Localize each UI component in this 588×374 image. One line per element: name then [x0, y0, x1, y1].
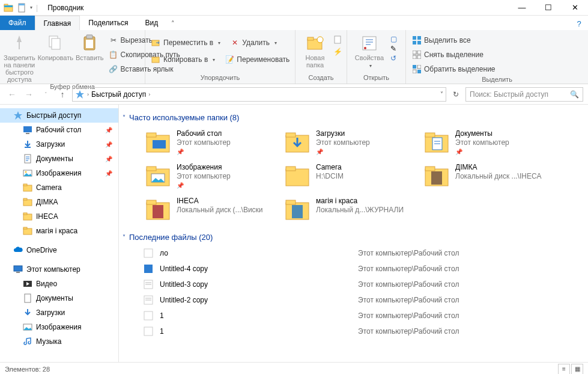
- breadcrumb-sep-icon[interactable]: ›: [148, 91, 150, 97]
- nav-pictures2[interactable]: Изображения: [0, 320, 118, 334]
- documents-icon: [23, 154, 32, 164]
- tile-name: Документы: [455, 129, 509, 138]
- nav-thispc[interactable]: Этот компьютер: [0, 262, 118, 277]
- nav-music[interactable]: Музыка: [0, 334, 118, 349]
- view-details-button[interactable]: ≡: [558, 364, 570, 375]
- history-icon[interactable]: ↺: [390, 54, 397, 63]
- file-row[interactable]: 1Этот компьютер\Рабочий стол: [143, 325, 582, 338]
- up-button[interactable]: ↑: [55, 87, 70, 102]
- folder-icon: [23, 197, 32, 207]
- svg-rect-51: [153, 140, 166, 149]
- folder-tile[interactable]: магія і красаЛокальный д...\ЖУРНАЛИ: [282, 194, 422, 228]
- paste-button[interactable]: Вставить: [76, 32, 104, 61]
- folder-tile[interactable]: ЗагрузкиЭтот компьютер📌: [282, 127, 422, 161]
- nav-onedrive[interactable]: OneDrive: [0, 243, 118, 257]
- pin-quickaccess-button[interactable]: Закрепить на панели быстрого доступа: [4, 32, 35, 83]
- svg-rect-39: [23, 198, 27, 200]
- file-row[interactable]: Untitled-2 copyЭтот компьютер\Рабочий ст…: [143, 293, 582, 307]
- edit-icon[interactable]: ✎: [390, 44, 397, 53]
- address-dropdown-icon[interactable]: ˅: [440, 91, 443, 97]
- file-icon: [143, 295, 154, 305]
- folder-tile[interactable]: IHECAЛокальный диск (...\Виски: [143, 194, 282, 228]
- svg-rect-41: [23, 213, 27, 215]
- recent-dropdown-icon[interactable]: ˅: [38, 87, 53, 102]
- nav-pictures[interactable]: Изображения📌: [0, 166, 118, 180]
- address-bar[interactable]: › Быстрый доступ › ˅: [72, 87, 446, 102]
- delete-button[interactable]: ✕Удалить▾: [228, 36, 279, 49]
- nav-desktop[interactable]: Рабочий стол📌: [0, 123, 118, 137]
- view-tiles-button[interactable]: ▦: [571, 364, 583, 375]
- moveto-button[interactable]: Переместить в▾: [149, 36, 223, 49]
- chevron-down-icon[interactable]: ˅: [123, 234, 126, 241]
- nav-downloads[interactable]: Загрузки📌: [0, 137, 118, 152]
- open-icon[interactable]: ▢: [390, 35, 397, 43]
- pin-icon: 📌: [105, 141, 112, 148]
- nav-camera[interactable]: Camera: [0, 180, 118, 195]
- back-button[interactable]: ←: [5, 87, 19, 102]
- file-row[interactable]: лоЭтот компьютер\Рабочий стол: [143, 247, 582, 260]
- navigation-bar: ← → ˅ ↑ › Быстрый доступ › ˅ ↻ Поиск: Бы…: [0, 84, 588, 105]
- section-recent[interactable]: ˅Последние файлы (20): [123, 233, 582, 242]
- properties-button[interactable]: Свойства▾: [351, 32, 388, 70]
- music-icon: [23, 337, 32, 346]
- breadcrumb-sep-icon[interactable]: ›: [87, 91, 89, 97]
- nav-downloads2[interactable]: Загрузки: [0, 305, 118, 320]
- selectnone-button[interactable]: Снять выделение: [410, 48, 498, 61]
- tab-view[interactable]: Вид: [136, 16, 166, 30]
- tab-home[interactable]: Главная: [35, 16, 80, 30]
- file-row[interactable]: 1Этот компьютер\Рабочий стол: [143, 309, 582, 322]
- search-icon[interactable]: 🔍: [570, 90, 579, 99]
- copy-button[interactable]: Копировать: [38, 32, 73, 61]
- selectall-button[interactable]: Выделить все: [410, 34, 498, 47]
- help-icon[interactable]: ?: [572, 17, 586, 30]
- maximize-button[interactable]: ☐: [535, 0, 562, 16]
- newitem-icon[interactable]: [333, 35, 343, 46]
- folder-tile[interactable]: ДокументыЭтот компьютер📌: [422, 127, 561, 161]
- folder-tile[interactable]: ДІМКАЛокальный диск ...\IHECA: [422, 161, 561, 194]
- explorer-icon: [4, 3, 13, 13]
- svg-rect-53: [286, 133, 296, 137]
- nav-documents[interactable]: Документы📌: [0, 152, 118, 166]
- nav-documents2[interactable]: Документы: [0, 291, 118, 305]
- file-name: Untitled-4 copy: [160, 265, 352, 273]
- chevron-down-icon[interactable]: ˅: [123, 114, 126, 121]
- qat-dropdown-icon[interactable]: ▾: [30, 5, 32, 10]
- copyto-button[interactable]: Копировать в▾: [149, 53, 217, 66]
- breadcrumb-quickaccess[interactable]: Быстрый доступ: [91, 90, 146, 99]
- close-button[interactable]: ✕: [562, 0, 588, 16]
- content-pane[interactable]: ˅Часто используемые папки (8) Рабочий ст…: [119, 105, 588, 362]
- newfolder-button[interactable]: Новая папка: [299, 32, 331, 69]
- easyaccess-icon[interactable]: ⚡: [333, 48, 343, 56]
- file-row[interactable]: Untitled-4 copyЭтот компьютер\Рабочий ст…: [143, 262, 582, 275]
- folder-icon: [285, 197, 310, 222]
- forward-button[interactable]: →: [22, 87, 36, 102]
- tab-share[interactable]: Поделиться: [80, 16, 136, 30]
- svg-rect-6: [52, 38, 60, 49]
- tile-name: Загрузки: [316, 129, 370, 138]
- file-row[interactable]: Untitled-3 copyЭтот компьютер\Рабочий ст…: [143, 278, 582, 291]
- nav-quickaccess[interactable]: Быстрый доступ: [0, 108, 118, 123]
- refresh-button[interactable]: ↻: [449, 87, 463, 102]
- folder-tile[interactable]: ИзображенияЭтот компьютер📌: [143, 161, 282, 194]
- nav-magia[interactable]: магія і краса: [0, 224, 118, 238]
- nav-dimka[interactable]: ДІМКА: [0, 195, 118, 209]
- tile-location: Локальный диск (...\Виски: [177, 206, 263, 214]
- qat-file-icon[interactable]: [17, 3, 26, 13]
- folder-tile[interactable]: Рабочий столЭтот компьютер📌: [143, 127, 282, 161]
- svg-rect-61: [286, 167, 296, 171]
- folder-icon: [424, 163, 449, 188]
- rename-button[interactable]: 📝Переименовать: [222, 53, 292, 66]
- file-name: ло: [160, 249, 352, 257]
- tab-file[interactable]: Файл: [0, 16, 35, 30]
- invertselect-button[interactable]: Обратить выделение: [410, 63, 498, 76]
- svg-rect-8: [86, 35, 92, 38]
- minimize-button[interactable]: —: [509, 0, 535, 16]
- folder-tile[interactable]: CameraH:\DCIM: [282, 161, 422, 194]
- section-frequent[interactable]: ˅Часто используемые папки (8): [123, 113, 582, 122]
- navigation-pane[interactable]: Быстрый доступ Рабочий стол📌 Загрузки📌 Д…: [0, 105, 119, 362]
- ribbon-minimize-icon[interactable]: ˄: [166, 17, 180, 30]
- nav-video[interactable]: Видео: [0, 277, 118, 291]
- nav-iheca[interactable]: IHECA: [0, 209, 118, 224]
- search-box[interactable]: Поиск: Быстрый доступ 🔍: [465, 87, 583, 102]
- svg-rect-69: [286, 200, 296, 204]
